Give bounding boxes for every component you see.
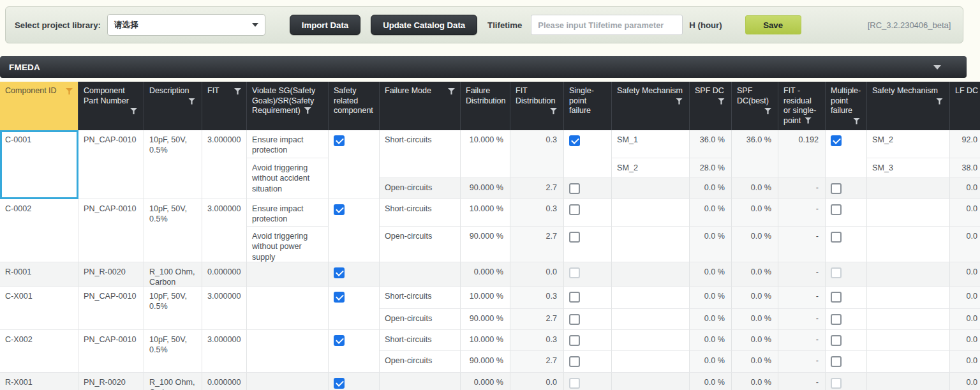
cell-safety-mechanism-2[interactable]: [867, 262, 950, 287]
cell-fit-distribution[interactable]: 0.3: [510, 287, 564, 309]
cell-fit-distribution[interactable]: 0.3: [510, 330, 564, 351]
filter-icon[interactable]: [130, 108, 137, 114]
cell-fit-residual-single-point[interactable]: -: [778, 309, 826, 330]
column-header-safety-mechanism-1[interactable]: Safety Mechanism: [612, 82, 690, 130]
filter-icon[interactable]: [764, 108, 771, 114]
column-header-component-id[interactable]: Component ID: [0, 82, 78, 130]
cell-violate-sg-sr[interactable]: Ensure impact protection: [247, 199, 329, 227]
column-header-description[interactable]: Description: [144, 82, 202, 130]
cell-fit-residual-single-point[interactable]: -: [778, 373, 826, 390]
cell-violate-sg-sr[interactable]: Ensure impact protection: [247, 130, 329, 158]
cell-violate-sg-sr[interactable]: [247, 262, 329, 287]
checkbox-single-point-failure[interactable]: [569, 232, 580, 243]
cell-spf-dc[interactable]: 0.0 %: [690, 309, 732, 330]
cell-multiple-point-failure[interactable]: [826, 130, 867, 178]
filter-icon[interactable]: [853, 118, 860, 124]
checkbox-multiple-point-failure[interactable]: [831, 183, 842, 194]
cell-lf-dc[interactable]: 0.0: [950, 287, 980, 309]
checkbox-multiple-point-failure[interactable]: [831, 292, 842, 303]
cell-violate-sg-sr[interactable]: [247, 373, 329, 390]
cell-safety-related[interactable]: [329, 262, 380, 287]
fmeda-panel-header[interactable]: FMEDA: [0, 56, 967, 78]
cell-spf-dc-best[interactable]: 0.0 %: [732, 330, 778, 351]
cell-safety-related[interactable]: [329, 330, 380, 373]
cell-failure-mode[interactable]: [380, 262, 461, 287]
cell-spf-dc-best[interactable]: 0.0 %: [732, 199, 778, 227]
checkbox-single-point-failure[interactable]: [569, 183, 580, 194]
filter-icon[interactable]: [188, 98, 195, 105]
cell-spf-dc-best[interactable]: 0.0 %: [732, 178, 778, 199]
cell-fit-residual-single-point[interactable]: -: [778, 227, 826, 262]
cell-multiple-point-failure[interactable]: [826, 262, 867, 287]
cell-fit-distribution[interactable]: 2.7: [510, 227, 564, 262]
cell-failure-distribution[interactable]: 90.000 %: [461, 227, 510, 262]
column-header-fit[interactable]: FIT: [202, 82, 247, 130]
save-button[interactable]: Save: [745, 15, 801, 34]
checkbox-multiple-point-failure[interactable]: [831, 204, 842, 215]
cell-description[interactable]: 10pF, 50V, 0.5%: [144, 130, 202, 199]
cell-single-point-failure[interactable]: [564, 309, 612, 330]
cell-failure-mode[interactable]: Short-circuits: [380, 130, 461, 178]
cell-safety-related[interactable]: [329, 199, 380, 262]
cell-safety-mechanism-2[interactable]: [867, 330, 950, 351]
checkbox-multiple-point-failure[interactable]: [831, 267, 842, 278]
cell-spf-dc-best[interactable]: 0.0 %: [732, 262, 778, 287]
cell-multiple-point-failure[interactable]: [826, 330, 867, 351]
cell-fit-distribution[interactable]: 0.0: [510, 373, 564, 390]
cell-safety-mechanism-2[interactable]: [867, 351, 950, 373]
cell-safety-mechanism-1[interactable]: [612, 351, 690, 373]
cell-failure-mode[interactable]: Short-circuits: [380, 199, 461, 227]
cell-safety-mechanism-1[interactable]: SM_1: [612, 130, 690, 158]
cell-spf-dc[interactable]: 0.0 %: [690, 199, 732, 227]
cell-spf-dc[interactable]: 0.0 %: [690, 287, 732, 309]
checkbox-single-point-failure[interactable]: [569, 292, 580, 303]
cell-violate-sg-sr[interactable]: [247, 287, 329, 330]
update-catalog-data-button[interactable]: Update Catalog Data: [371, 15, 477, 35]
checkbox-multiple-point-failure[interactable]: [831, 356, 842, 367]
cell-failure-distribution[interactable]: 10.000 %: [461, 330, 510, 351]
cell-lf-dc[interactable]: 38.0: [950, 158, 980, 178]
cell-component-id[interactable]: R-X001: [0, 373, 78, 390]
checkbox-safety-related[interactable]: [334, 378, 345, 389]
checkbox-single-point-failure[interactable]: [569, 204, 580, 215]
cell-safety-mechanism-1[interactable]: [612, 373, 690, 390]
cell-component-id[interactable]: C-X002: [0, 330, 78, 373]
cell-safety-mechanism-1[interactable]: [612, 262, 690, 287]
cell-multiple-point-failure[interactable]: [826, 373, 867, 390]
checkbox-multiple-point-failure[interactable]: [831, 378, 842, 389]
cell-spf-dc[interactable]: 36.0 %: [690, 130, 732, 158]
collapse-caret-icon[interactable]: [933, 65, 941, 70]
cell-failure-distribution[interactable]: 10.000 %: [461, 199, 510, 227]
cell-safety-mechanism-2[interactable]: [867, 199, 950, 227]
checkbox-single-point-failure[interactable]: [569, 135, 580, 146]
cell-fit[interactable]: 3.000000: [202, 130, 247, 199]
cell-violate-sg-sr[interactable]: Avoid triggering without accident situat…: [247, 158, 329, 199]
cell-multiple-point-failure[interactable]: [826, 178, 867, 199]
cell-fit-distribution[interactable]: 2.7: [510, 178, 564, 199]
cell-lf-dc[interactable]: 0.0: [950, 351, 980, 373]
cell-safety-related[interactable]: [329, 287, 380, 330]
cell-multiple-point-failure[interactable]: [826, 287, 867, 309]
cell-failure-distribution[interactable]: 90.000 %: [461, 309, 510, 330]
cell-spf-dc-best[interactable]: 0.0 %: [732, 227, 778, 262]
cell-single-point-failure[interactable]: [564, 287, 612, 309]
cell-fit[interactable]: 0.000000: [202, 262, 247, 287]
cell-fit[interactable]: 0.000000: [202, 373, 247, 390]
cell-failure-mode[interactable]: Open-circuits: [380, 227, 461, 262]
cell-safety-mechanism-2[interactable]: SM_2: [867, 130, 950, 158]
cell-failure-mode[interactable]: Short-circuits: [380, 330, 461, 351]
cell-single-point-failure[interactable]: [564, 130, 612, 178]
cell-spf-dc-best[interactable]: 0.0 %: [732, 287, 778, 309]
cell-part-number[interactable]: PN_CAP-0010: [78, 330, 144, 373]
checkbox-single-point-failure[interactable]: [569, 378, 580, 389]
cell-part-number[interactable]: PN_CAP-0010: [78, 199, 144, 262]
cell-fit-residual-single-point[interactable]: -: [778, 199, 826, 227]
cell-part-number[interactable]: PN_CAP-0010: [78, 287, 144, 330]
filter-icon[interactable]: [936, 98, 943, 105]
cell-safety-mechanism-1[interactable]: [612, 227, 690, 262]
cell-failure-distribution[interactable]: 10.000 %: [461, 130, 510, 178]
cell-spf-dc-best[interactable]: 0.0 %: [732, 373, 778, 390]
cell-failure-mode[interactable]: Short-circuits: [380, 287, 461, 309]
column-header-spf-dc-best[interactable]: SPF DC(best): [732, 82, 778, 130]
cell-single-point-failure[interactable]: [564, 351, 612, 373]
